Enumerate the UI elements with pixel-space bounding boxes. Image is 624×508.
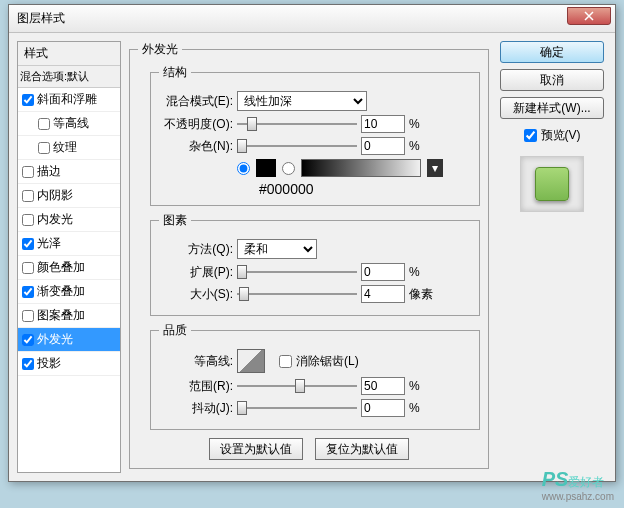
range-input[interactable] <box>361 377 405 395</box>
titlebar[interactable]: 图层样式 <box>9 5 615 33</box>
sidebar-label-11: 投影 <box>37 355 61 372</box>
sidebar-label-4: 内阴影 <box>37 187 73 204</box>
jitter-label: 抖动(J): <box>159 400 233 417</box>
spread-unit: % <box>409 265 439 279</box>
sidebar-label-6: 光泽 <box>37 235 61 252</box>
sidebar-item-10[interactable]: 外发光 <box>18 328 120 352</box>
sidebar-checkbox-5[interactable] <box>22 214 34 226</box>
preview-checkbox[interactable] <box>524 129 537 142</box>
antialias-checkbox[interactable] <box>279 355 292 368</box>
gradient-dropdown-icon[interactable]: ▾ <box>427 159 443 177</box>
color-swatch[interactable] <box>256 159 276 177</box>
sidebar-checkbox-1[interactable] <box>38 118 50 130</box>
method-label: 方法(Q): <box>159 241 233 258</box>
sidebar-checkbox-3[interactable] <box>22 166 34 178</box>
sidebar-checkbox-6[interactable] <box>22 238 34 250</box>
sidebar-checkbox-2[interactable] <box>38 142 50 154</box>
sidebar-checkbox-8[interactable] <box>22 286 34 298</box>
sidebar-label-8: 渐变叠加 <box>37 283 85 300</box>
sidebar-label-7: 颜色叠加 <box>37 259 85 276</box>
blend-mode-label: 混合模式(E): <box>159 93 233 110</box>
sidebar-item-6[interactable]: 光泽 <box>18 232 120 256</box>
method-select[interactable]: 柔和 <box>237 239 317 259</box>
structure-group: 结构 混合模式(E): 线性加深 不透明度(O): % 杂色(N): <box>150 64 480 206</box>
sidebar-label-10: 外发光 <box>37 331 73 348</box>
quality-legend: 品质 <box>159 322 191 339</box>
antialias-label: 消除锯齿(L) <box>296 353 359 370</box>
spread-slider[interactable] <box>237 265 357 279</box>
size-label: 大小(S): <box>159 286 233 303</box>
jitter-unit: % <box>409 401 439 415</box>
jitter-input[interactable] <box>361 399 405 417</box>
close-icon <box>584 11 594 21</box>
sidebar-item-7[interactable]: 颜色叠加 <box>18 256 120 280</box>
range-unit: % <box>409 379 439 393</box>
sidebar-checkbox-9[interactable] <box>22 310 34 322</box>
noise-input[interactable] <box>361 137 405 155</box>
sidebar-item-9[interactable]: 图案叠加 <box>18 304 120 328</box>
elements-group: 图素 方法(Q): 柔和 扩展(P): % 大小(S): <box>150 212 480 316</box>
elements-legend: 图素 <box>159 212 191 229</box>
opacity-slider[interactable] <box>237 117 357 131</box>
preview-box <box>520 156 584 212</box>
outer-glow-group: 外发光 结构 混合模式(E): 线性加深 不透明度(O): % 杂色(N): <box>129 41 489 469</box>
sidebar-checkbox-7[interactable] <box>22 262 34 274</box>
noise-label: 杂色(N): <box>159 138 233 155</box>
outer-glow-legend: 外发光 <box>138 41 182 58</box>
reset-default-button[interactable]: 复位为默认值 <box>315 438 409 460</box>
contour-label: 等高线: <box>159 353 233 370</box>
spread-label: 扩展(P): <box>159 264 233 281</box>
sidebar-item-5[interactable]: 内发光 <box>18 208 120 232</box>
sidebar-item-4[interactable]: 内阴影 <box>18 184 120 208</box>
sidebar-label-3: 描边 <box>37 163 61 180</box>
sidebar-checkbox-11[interactable] <box>22 358 34 370</box>
watermark: PS爱好者 www.psahz.com <box>542 468 614 502</box>
sidebar-label-2: 纹理 <box>53 139 77 156</box>
sidebar-item-0[interactable]: 斜面和浮雕 <box>18 88 120 112</box>
layer-style-dialog: 图层样式 样式 混合选项:默认 斜面和浮雕等高线纹理描边内阴影内发光光泽颜色叠加… <box>8 4 616 482</box>
window-title: 图层样式 <box>13 10 567 27</box>
size-input[interactable] <box>361 285 405 303</box>
opacity-label: 不透明度(O): <box>159 116 233 133</box>
gradient-picker[interactable] <box>301 159 421 177</box>
sidebar-checkbox-10[interactable] <box>22 334 34 346</box>
preview-label: 预览(V) <box>541 127 581 144</box>
range-slider[interactable] <box>237 379 357 393</box>
noise-slider[interactable] <box>237 139 357 153</box>
ok-button[interactable]: 确定 <box>500 41 604 63</box>
sidebar-checkbox-0[interactable] <box>22 94 34 106</box>
set-default-button[interactable]: 设置为默认值 <box>209 438 303 460</box>
noise-unit: % <box>409 139 439 153</box>
cancel-button[interactable]: 取消 <box>500 69 604 91</box>
sidebar-item-3[interactable]: 描边 <box>18 160 120 184</box>
contour-picker[interactable] <box>237 349 265 373</box>
sidebar-checkbox-4[interactable] <box>22 190 34 202</box>
sidebar-item-11[interactable]: 投影 <box>18 352 120 376</box>
sidebar-item-2[interactable]: 纹理 <box>18 136 120 160</box>
quality-group: 品质 等高线: 消除锯齿(L) 范围(R): % <box>150 322 480 430</box>
preview-icon <box>535 167 569 201</box>
color-gradient-radio[interactable] <box>282 162 295 175</box>
right-panel: 确定 取消 新建样式(W)... 预览(V) <box>497 41 607 473</box>
sidebar-item-8[interactable]: 渐变叠加 <box>18 280 120 304</box>
blend-mode-select[interactable]: 线性加深 <box>237 91 367 111</box>
size-unit: 像素 <box>409 286 439 303</box>
sidebar-label-9: 图案叠加 <box>37 307 85 324</box>
main-panel: 外发光 结构 混合模式(E): 线性加深 不透明度(O): % 杂色(N): <box>129 41 489 473</box>
hex-value: #000000 <box>259 181 471 197</box>
opacity-input[interactable] <box>361 115 405 133</box>
jitter-slider[interactable] <box>237 401 357 415</box>
sidebar-blend-options[interactable]: 混合选项:默认 <box>18 66 120 88</box>
spread-input[interactable] <box>361 263 405 281</box>
sidebar-header[interactable]: 样式 <box>18 42 120 66</box>
close-button[interactable] <box>567 7 611 25</box>
sidebar-label-1: 等高线 <box>53 115 89 132</box>
structure-legend: 结构 <box>159 64 191 81</box>
styles-list: 样式 混合选项:默认 斜面和浮雕等高线纹理描边内阴影内发光光泽颜色叠加渐变叠加图… <box>17 41 121 473</box>
new-style-button[interactable]: 新建样式(W)... <box>500 97 604 119</box>
sidebar-label-0: 斜面和浮雕 <box>37 91 97 108</box>
color-solid-radio[interactable] <box>237 162 250 175</box>
size-slider[interactable] <box>237 287 357 301</box>
sidebar-item-1[interactable]: 等高线 <box>18 112 120 136</box>
sidebar-label-5: 内发光 <box>37 211 73 228</box>
